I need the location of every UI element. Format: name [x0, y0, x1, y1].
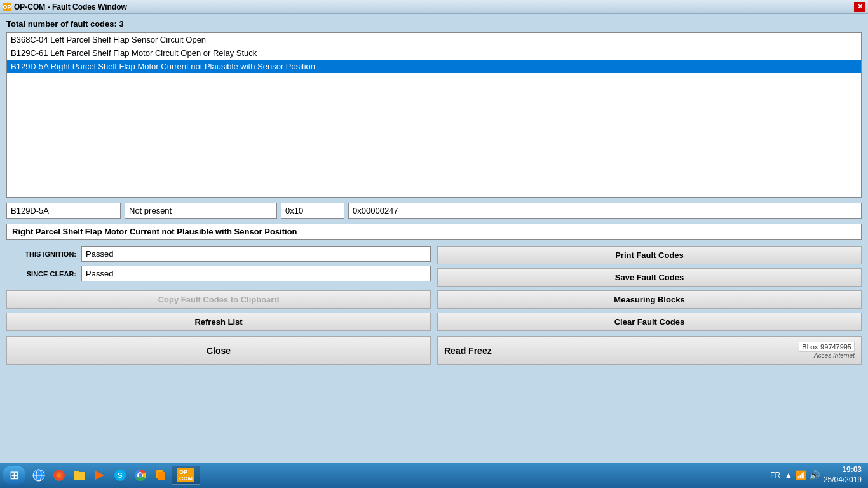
- taskbar-date: 25/04/2019: [824, 475, 862, 485]
- taskbar-time-block: 19:03 25/04/2019: [824, 465, 862, 485]
- network-icon: ▲: [784, 470, 793, 480]
- taskbar-icon-browser[interactable]: [50, 466, 69, 485]
- since-clear-row: SINCE CLEAR: Passed: [6, 266, 431, 281]
- taskbar-right: FR ▲ 📶 🔊 19:03 25/04/2019: [770, 465, 865, 485]
- taskbar: ⊞ S: [0, 463, 868, 488]
- clear-fault-codes-button[interactable]: Clear Fault Codes: [437, 313, 862, 331]
- taskbar-app-opcom[interactable]: OPCOM: [172, 466, 200, 485]
- folder-icon: [72, 468, 86, 482]
- start-button[interactable]: ⊞: [3, 466, 25, 485]
- detail-row: B129D-5A Not present 0x10 0x00000247: [6, 203, 862, 219]
- since-clear-value: Passed: [81, 266, 431, 281]
- close-button[interactable]: Close: [6, 336, 431, 365]
- svg-point-5: [58, 474, 60, 477]
- fault-status-field: Not present: [125, 203, 277, 219]
- read-freeze-label: Read Freez: [444, 346, 492, 356]
- taskbar-icon-chrome[interactable]: [131, 466, 150, 485]
- measuring-blocks-button[interactable]: Measuring Blocks: [437, 290, 862, 309]
- title-bar: OP OP-COM - Fault Codes Window ✕: [0, 0, 868, 14]
- app-icon: OP: [3, 3, 11, 11]
- svg-point-11: [139, 473, 142, 477]
- taskbar-time: 19:03: [824, 465, 862, 475]
- volume-icon: 🔊: [809, 470, 820, 480]
- chrome-icon: [133, 468, 147, 482]
- fault-hex2-field: 0x00000247: [348, 203, 862, 219]
- fault-hex1-field: 0x10: [281, 203, 344, 219]
- copy-fault-codes-button[interactable]: Copy Fault Codes to Clipboard: [6, 290, 431, 309]
- fault-list[interactable]: B368C-04 Left Parcel Shelf Flap Sensor C…: [6, 32, 862, 198]
- files-icon: [154, 468, 168, 482]
- taskbar-icon-folder[interactable]: [70, 466, 89, 485]
- svg-rect-13: [158, 472, 165, 480]
- taskbar-icon-media[interactable]: [90, 466, 109, 485]
- bbox-tag: Bbox-99747995: [799, 342, 855, 352]
- svg-text:S: S: [118, 471, 122, 479]
- fault-code-field: B129D-5A: [6, 203, 121, 219]
- left-controls: THIS IGNITION: Passed SINCE CLEAR: Passe…: [6, 246, 431, 287]
- start-icon: ⊞: [10, 468, 19, 482]
- total-faults-label: Total number of fault codes: 3: [6, 19, 862, 29]
- fault-list-item-1[interactable]: B129C-61 Left Parcel Shelf Flap Motor Ci…: [7, 46, 861, 60]
- this-ignition-value: Passed: [81, 246, 431, 262]
- since-clear-label: SINCE CLEAR:: [6, 270, 76, 278]
- browser-icon: [52, 468, 66, 482]
- network-icon2: 📶: [796, 470, 806, 480]
- opcom-badge: OPCOM: [177, 468, 194, 482]
- this-ignition-row: THIS IGNITION: Passed: [6, 246, 431, 262]
- close-row: Close Read Freez Bbox-99747995 Accès Int…: [6, 336, 862, 365]
- taskbar-icon-files[interactable]: [151, 466, 170, 485]
- media-icon: [93, 468, 107, 482]
- taskbar-icon-skype[interactable]: S: [111, 466, 130, 485]
- fault-list-item-0[interactable]: B368C-04 Left Parcel Shelf Flap Sensor C…: [7, 33, 861, 46]
- bottom-action-row: Copy Fault Codes to Clipboard Measuring …: [6, 290, 862, 309]
- refresh-clear-row: Refresh List Clear Fault Codes: [6, 313, 862, 331]
- print-fault-codes-button[interactable]: Print Fault Codes: [437, 246, 862, 264]
- taskbar-icon-ie[interactable]: [29, 466, 48, 485]
- ie-icon: [32, 468, 46, 482]
- window-title: OP-COM - Fault Codes Window: [14, 3, 127, 11]
- fault-description: Right Parcel Shelf Flap Motor Current no…: [6, 224, 862, 240]
- read-freeze-button[interactable]: Read Freez Bbox-99747995 Accès Internet: [437, 336, 862, 365]
- bbox-container: Bbox-99747995 Accès Internet: [799, 342, 855, 359]
- save-fault-codes-button[interactable]: Save Fault Codes: [437, 268, 862, 287]
- fault-list-item-2[interactable]: B129D-5A Right Parcel Shelf Flap Motor C…: [7, 60, 861, 73]
- window-body: Total number of fault codes: 3 B368C-04 …: [0, 14, 868, 369]
- sys-icons: ▲ 📶 🔊: [784, 470, 820, 480]
- svg-marker-6: [95, 471, 104, 480]
- right-buttons-top: Print Fault Codes Save Fault Codes: [437, 246, 862, 287]
- refresh-list-button[interactable]: Refresh List: [6, 313, 431, 331]
- close-window-button[interactable]: ✕: [854, 2, 865, 12]
- this-ignition-label: THIS IGNITION:: [6, 250, 76, 258]
- acces-internet-label: Accès Internet: [814, 352, 855, 359]
- skype-icon: S: [113, 468, 127, 482]
- title-bar-left: OP OP-COM - Fault Codes Window: [3, 3, 127, 11]
- taskbar-lang: FR: [770, 471, 780, 480]
